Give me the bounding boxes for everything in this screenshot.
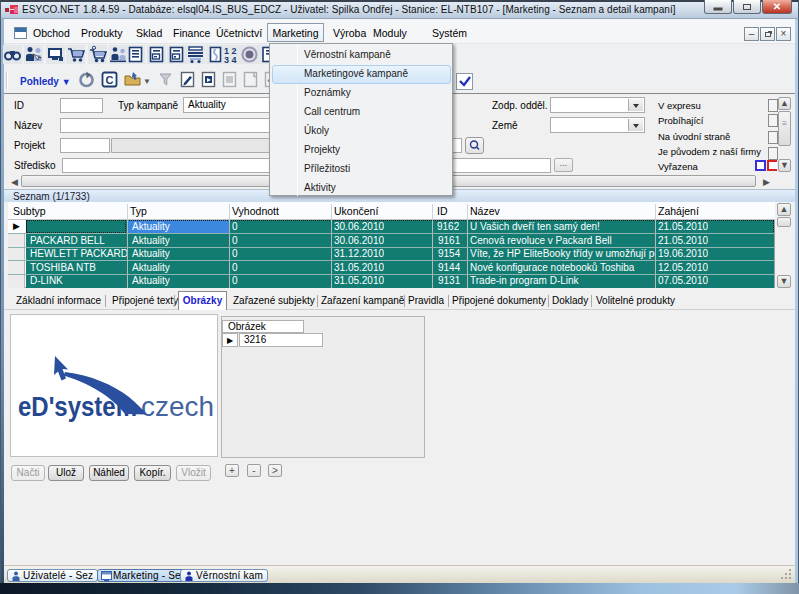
svg-text:C: C [106,74,114,86]
svg-text:czech: czech [141,391,214,422]
svg-text:3 4: 3 4 [224,55,237,65]
